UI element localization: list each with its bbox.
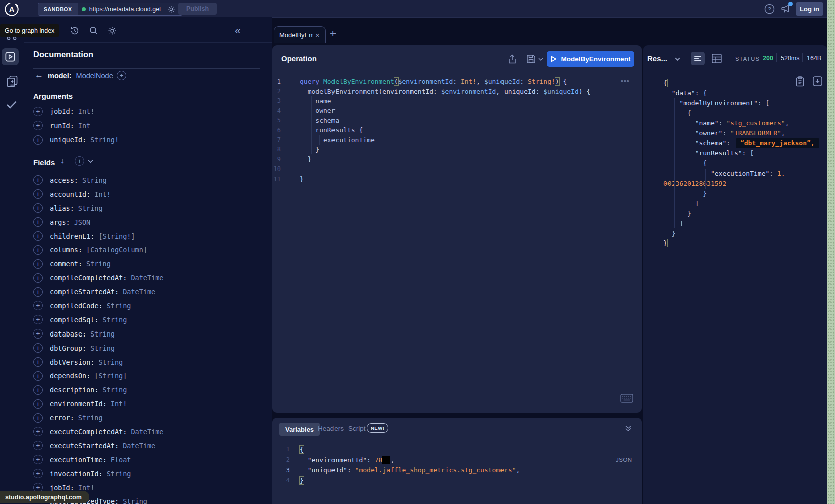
- add-field-button[interactable]: [33, 217, 43, 227]
- tab-script[interactable]: Script: [348, 425, 366, 432]
- response-size: 164B: [807, 55, 821, 62]
- apollo-logo-icon[interactable]: A: [4, 2, 19, 17]
- query-editor[interactable]: 1query ModelByEnvironment($environmentId…: [272, 77, 633, 184]
- field-type-link[interactable]: [String!]: [98, 232, 135, 240]
- keyboard-shortcuts-icon[interactable]: [620, 394, 633, 403]
- line-number: 8: [272, 146, 281, 153]
- history-icon[interactable]: [70, 26, 79, 35]
- field-type-link[interactable]: String: [103, 386, 127, 394]
- doc-back-icon[interactable]: ←: [35, 70, 43, 80]
- add-field-button[interactable]: [33, 315, 43, 324]
- doc-type-link[interactable]: ModelNode: [76, 72, 113, 80]
- add-fields-button[interactable]: [75, 156, 84, 166]
- add-argument-button[interactable]: [33, 135, 43, 145]
- field-type-link[interactable]: [String]: [94, 372, 127, 380]
- field-type-link[interactable]: DateTime: [123, 288, 155, 296]
- sidebar-item-schema-icon[interactable]: [6, 75, 18, 88]
- code-token: : [: [758, 99, 769, 107]
- add-field-button[interactable]: [33, 371, 43, 381]
- add-field-button[interactable]: [33, 455, 43, 464]
- field-type-link[interactable]: DateTime: [123, 442, 155, 450]
- tab-headers[interactable]: Headers: [318, 425, 344, 432]
- argument-name: jobId: [50, 107, 74, 115]
- add-field-button[interactable]: [33, 343, 43, 353]
- code-token: ,: [516, 466, 520, 474]
- argument-type-link[interactable]: Int!: [78, 107, 95, 115]
- sort-fields-icon[interactable]: ↓: [60, 156, 64, 165]
- field-type-link[interactable]: Float: [111, 456, 131, 464]
- add-field-button[interactable]: [33, 329, 43, 339]
- field-type-link[interactable]: String: [86, 260, 111, 268]
- code-token: [663, 149, 695, 157]
- tab-variables[interactable]: Variables: [279, 423, 320, 436]
- field-type-link[interactable]: String: [78, 204, 103, 212]
- collapse-variables-icon[interactable]: [625, 425, 632, 432]
- endpoint-settings-gear-icon[interactable]: [167, 5, 175, 13]
- add-argument-button[interactable]: [33, 121, 43, 130]
- save-options-chevron-icon[interactable]: [538, 58, 543, 61]
- field-type-link[interactable]: String: [123, 497, 147, 504]
- add-all-fields-button[interactable]: [117, 71, 126, 80]
- add-field-button[interactable]: [33, 245, 43, 255]
- add-field-button[interactable]: [33, 175, 43, 185]
- field-type-link[interactable]: Int!: [94, 190, 111, 198]
- add-field-button[interactable]: [33, 203, 43, 213]
- response-options-chevron-icon[interactable]: [675, 57, 680, 61]
- operation-tab[interactable]: ModelByEnvi... ×: [274, 26, 326, 43]
- add-argument-button[interactable]: [33, 107, 43, 116]
- share-operation-icon[interactable]: [508, 54, 517, 64]
- collapse-panel-icon[interactable]: «: [235, 24, 241, 36]
- variables-editor[interactable]: 1{2 "environmentId": 78,3 "uniqueId": "m…: [272, 444, 633, 486]
- add-field-button[interactable]: [33, 441, 43, 450]
- add-field-button[interactable]: [33, 357, 43, 367]
- code-line: }: [663, 208, 825, 218]
- field-type-link[interactable]: [CatalogColumn]: [86, 246, 147, 254]
- table-view-toggle[interactable]: [712, 54, 722, 63]
- publish-button[interactable]: Publish: [178, 3, 217, 15]
- json-view-toggle[interactable]: [691, 52, 705, 65]
- argument-type-link[interactable]: String!: [90, 136, 119, 144]
- line-number: 9: [272, 156, 281, 163]
- add-field-button[interactable]: [33, 259, 43, 269]
- field-type-link[interactable]: DateTime: [131, 428, 163, 436]
- field-type-link[interactable]: DateTime: [131, 274, 163, 282]
- add-field-button[interactable]: [33, 189, 43, 199]
- fields-options-chevron-icon[interactable]: [88, 159, 93, 163]
- search-icon[interactable]: [89, 26, 98, 35]
- add-field-button[interactable]: [33, 413, 43, 423]
- field-type-link[interactable]: String: [82, 176, 107, 184]
- add-field-button[interactable]: [33, 469, 43, 478]
- response-viewer[interactable]: { "data": { "modelByEnvironment": [ { "n…: [663, 78, 825, 248]
- field-type-link[interactable]: String: [103, 316, 127, 324]
- add-field-button[interactable]: [33, 301, 43, 310]
- code-token: "owner": [695, 129, 723, 137]
- close-tab-icon[interactable]: ×: [315, 31, 320, 39]
- field-type-link[interactable]: JSON: [74, 218, 91, 226]
- add-field-button[interactable]: [33, 273, 43, 283]
- endpoint-url[interactable]: https://metadata.cloud.get: [89, 6, 163, 13]
- sidebar-item-checks-icon[interactable]: [6, 100, 17, 109]
- add-field-button[interactable]: [33, 399, 43, 409]
- field-type-link[interactable]: Int!: [111, 400, 127, 408]
- add-field-button[interactable]: [33, 231, 43, 241]
- argument-type-link[interactable]: Int: [78, 122, 90, 130]
- field-type-link[interactable]: String: [107, 470, 131, 478]
- field-type-link[interactable]: String: [78, 414, 103, 422]
- field-type-link[interactable]: String: [98, 358, 123, 366]
- endpoint-url-box[interactable]: https://metadata.cloud.get: [78, 3, 182, 15]
- sandbox-chip[interactable]: SANDBOX: [38, 3, 78, 15]
- add-field-button[interactable]: [33, 385, 43, 395]
- add-field-button[interactable]: [33, 427, 43, 436]
- help-icon[interactable]: ?: [764, 4, 775, 14]
- field-type-link[interactable]: String: [107, 302, 131, 310]
- field-type-link[interactable]: String: [90, 330, 115, 338]
- add-field-button[interactable]: [33, 287, 43, 297]
- new-tab-button[interactable]: +: [330, 28, 336, 40]
- run-operation-button[interactable]: ModelByEnvironment: [547, 51, 634, 67]
- save-operation-icon[interactable]: [526, 54, 536, 64]
- settings-gear-icon[interactable]: [108, 26, 117, 35]
- toolbar-divider: [24, 42, 272, 43]
- login-button[interactable]: Log in: [796, 2, 823, 16]
- sidebar-item-explorer[interactable]: [2, 48, 19, 65]
- field-type-link[interactable]: String: [90, 344, 115, 352]
